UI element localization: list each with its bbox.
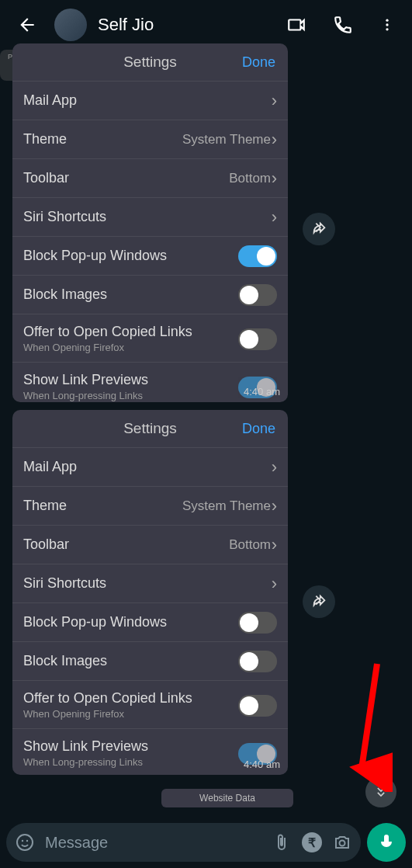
toggle-off-icon: [238, 612, 277, 634]
svg-point-6: [26, 840, 28, 842]
payment-icon[interactable]: ₹: [302, 832, 322, 852]
contact-name[interactable]: Self Jio: [98, 15, 269, 35]
settings-row-mail: Mail App›: [12, 81, 288, 120]
forward-icon: [310, 593, 327, 610]
settings-title: Settings: [123, 420, 177, 437]
done-button: Done: [242, 54, 275, 71]
mic-icon: [377, 833, 396, 852]
website-data-row: Website Data: [161, 789, 293, 807]
message-input-bar: Message ₹: [6, 821, 406, 863]
svg-point-1: [386, 23, 388, 26]
emoji-icon[interactable]: [16, 833, 34, 852]
chevron-right-icon: ›: [272, 574, 277, 594]
chevron-right-icon: ›: [272, 496, 277, 516]
voice-call-icon[interactable]: [333, 15, 353, 35]
voice-message-button[interactable]: [367, 823, 406, 862]
toggle-off-icon: [238, 651, 277, 672]
chevron-right-icon: ›: [272, 130, 277, 150]
settings-row-images: Block Images: [12, 641, 288, 680]
attach-icon[interactable]: [272, 833, 291, 852]
toggle-off-icon: [238, 695, 277, 717]
chevron-double-down-icon: [373, 784, 389, 800]
settings-title: Settings: [123, 54, 177, 71]
done-button: Done: [242, 421, 275, 437]
toggle-off-icon: [238, 328, 277, 350]
message-placeholder: Message: [45, 834, 261, 852]
message-time: 4:40 am: [244, 759, 280, 770]
back-icon[interactable]: [17, 15, 37, 35]
video-call-icon[interactable]: [286, 15, 306, 35]
svg-point-0: [386, 19, 388, 22]
settings-row-theme: ThemeSystem Theme›: [12, 120, 288, 158]
settings-row-copied: Offer to Open Copied LinksWhen Opening F…: [12, 680, 288, 728]
svg-point-7: [340, 841, 345, 846]
message-input[interactable]: Message ₹: [6, 823, 361, 862]
chevron-right-icon: ›: [272, 457, 277, 477]
forward-button[interactable]: [303, 213, 335, 245]
settings-row-toolbar: ToolbarBottom›: [12, 158, 288, 197]
message-bubble[interactable]: Settings Done Mail App› ThemeSystem Them…: [12, 43, 288, 402]
settings-row-mail: Mail App›: [12, 447, 288, 486]
settings-header: Settings Done: [12, 43, 288, 81]
chat-header: Self Jio: [0, 0, 412, 50]
chevron-right-icon: ›: [272, 91, 277, 111]
settings-row-siri: Siri Shortcuts›: [12, 197, 288, 236]
toggle-off-icon: [238, 284, 277, 306]
more-icon[interactable]: [379, 15, 395, 35]
settings-row-siri: Siri Shortcuts›: [12, 564, 288, 602]
settings-row-toolbar: ToolbarBottom›: [12, 525, 288, 564]
avatar[interactable]: [54, 9, 87, 41]
settings-row-popup: Block Pop-up Windows: [12, 602, 288, 641]
toggle-on-icon: [238, 245, 277, 267]
settings-row-theme: ThemeSystem Theme›: [12, 486, 288, 525]
svg-point-4: [17, 835, 33, 850]
svg-point-5: [22, 840, 23, 842]
svg-point-2: [386, 28, 388, 30]
chevron-right-icon: ›: [272, 535, 277, 555]
settings-row-copied: Offer to Open Copied LinksWhen Opening F…: [12, 314, 288, 362]
forward-button[interactable]: [303, 585, 335, 618]
settings-row-images: Block Images: [12, 275, 288, 314]
chevron-right-icon: ›: [272, 168, 277, 189]
scroll-to-bottom-button[interactable]: [365, 776, 396, 807]
camera-icon[interactable]: [333, 833, 351, 852]
message-bubble[interactable]: Settings Done Mail App› ThemeSystem Them…: [12, 410, 288, 775]
message-time: 4:40 am: [244, 386, 280, 398]
forward-icon: [310, 220, 327, 238]
chevron-right-icon: ›: [272, 207, 277, 227]
chat-area[interactable]: Settings Done Mail App› ThemeSystem Them…: [0, 50, 412, 817]
settings-header: Settings Done: [12, 410, 288, 447]
settings-row-popup: Block Pop-up Windows: [12, 236, 288, 275]
